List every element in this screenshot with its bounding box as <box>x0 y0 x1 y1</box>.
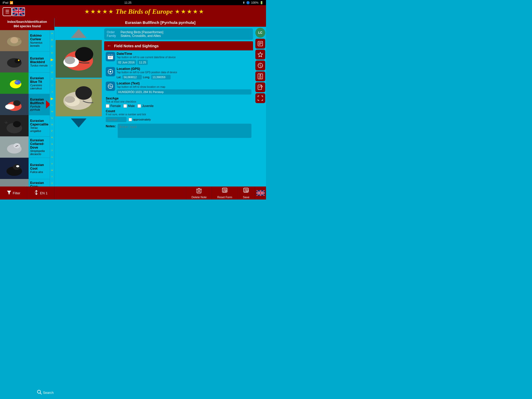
distribution-map-button[interactable] <box>255 61 265 70</box>
alpha-B[interactable]: B <box>50 37 54 43</box>
full-screen-button[interactable] <box>255 93 265 103</box>
svg-point-10 <box>15 80 21 85</box>
bird-photo-2[interactable] <box>56 79 102 116</box>
bird-thumb-coot <box>0 158 29 179</box>
svg-point-37 <box>75 86 92 100</box>
date-value: 02 Juni 2016 <box>117 60 136 65</box>
count-number-input[interactable] <box>106 117 127 122</box>
photo-nav-down[interactable] <box>71 118 87 128</box>
lat-input[interactable] <box>122 75 142 79</box>
alpha-P[interactable]: P <box>50 128 54 134</box>
species-title-header: Eurasian Bullfinch [Pyrrhula pyrrhula] <box>55 18 266 27</box>
delete-note-button[interactable]: Delete Note <box>186 187 212 200</box>
bird-info-cragmartin: Eurasian Crag-Martin Ptyonoprogne rupest… <box>29 180 50 187</box>
alpha-Y[interactable]: Y <box>50 174 54 180</box>
alpha-C[interactable]: C <box>50 43 54 50</box>
juvenile-label: Juvenile <box>142 104 154 108</box>
bird-latin-curlew: Numenius borealis <box>30 41 48 47</box>
svg-marker-58 <box>258 52 263 57</box>
alpha-O[interactable]: O <box>50 121 54 128</box>
bird-item-blackbird[interactable]: Eurasian Blackbird Turdus merula <box>0 51 50 73</box>
male-checkbox[interactable] <box>123 104 127 108</box>
alpha-U[interactable]: U <box>50 154 54 160</box>
bird-thumb-bluetit <box>0 72 29 94</box>
alpha-R[interactable]: R <box>50 134 54 141</box>
alpha-A[interactable]: A <box>50 30 54 37</box>
reset-icon <box>222 187 228 195</box>
alpha-D[interactable]: D <box>50 50 54 56</box>
long-input[interactable] <box>151 75 171 79</box>
female-checkbox-item[interactable]: Female <box>106 104 121 108</box>
alpha-N[interactable]: N <box>50 115 54 121</box>
male-checkbox-item[interactable]: Male <box>123 104 135 108</box>
bird-item-bullfinch[interactable]: Eurasian Bullfinch Pyrrhula pyrrhula <box>0 94 50 115</box>
svg-rect-12 <box>15 81 18 82</box>
bird-photo-1[interactable] <box>56 40 102 78</box>
female-checkbox[interactable] <box>106 104 109 108</box>
photo-nav-up[interactable] <box>71 29 87 38</box>
juvenile-checkbox[interactable] <box>137 104 141 108</box>
bird-thumb-cragmartin <box>0 179 29 187</box>
bird-item-collared[interactable]: Eurasian Collared-Dove Streptopelia deca… <box>0 137 50 158</box>
map-icon-btn[interactable] <box>106 82 115 91</box>
alpha-L[interactable]: L <box>50 102 54 108</box>
alpha-W[interactable]: W <box>50 167 54 174</box>
wifi-icon: 📶 <box>10 1 13 4</box>
reset-form-button[interactable]: Reset Form <box>212 187 237 200</box>
bird-info-coot: Eurasian Coot Fulica atra <box>29 162 50 175</box>
sort-label: EN 1 <box>40 191 48 195</box>
bird-item-capercaillie[interactable]: Eurasian Capercaillie Tetrao urogallus <box>0 115 50 137</box>
time-display: 11:25 <box>124 1 132 4</box>
bottom-right-actions: Delete Note Reset Form <box>55 187 266 200</box>
gps-icon-btn[interactable] <box>106 67 115 76</box>
edit-notes-button[interactable] <box>255 82 265 92</box>
alpha-H[interactable]: H <box>50 76 54 82</box>
approximately-checkbox[interactable] <box>129 118 132 121</box>
notes-textarea[interactable] <box>118 124 251 138</box>
back-button[interactable]: ← <box>107 43 111 49</box>
bird-sounds-button[interactable] <box>255 71 265 81</box>
svg-point-63 <box>260 77 261 77</box>
location-text-label: Location (Text) <box>117 82 251 85</box>
alpha-M[interactable]: M <box>50 108 54 115</box>
sort-button[interactable]: ? EN 1 <box>27 187 55 200</box>
filter-button[interactable]: Filter <box>0 187 27 200</box>
star-4: ★ <box>102 8 108 15</box>
juvenile-checkbox-item[interactable]: Juvenile <box>137 104 154 108</box>
bird-item-coot[interactable]: Eurasian Coot Fulica atra <box>0 158 50 179</box>
count-inputs: approximately <box>106 117 251 122</box>
filter-icon <box>7 190 11 196</box>
alpha-G[interactable]: G <box>50 69 54 76</box>
alpha-V[interactable]: V <box>50 160 54 167</box>
calendar-icon-btn[interactable]: 17 <box>106 52 115 61</box>
alpha-S[interactable]: S <box>50 141 54 147</box>
right-panel: Eurasian Bullfinch [Pyrrhula pyrrhula] <box>55 18 266 187</box>
bird-item-cragmartin[interactable]: Eurasian Crag-Martin Ptyonoprogne rupest… <box>0 179 50 187</box>
language-flag-left[interactable] <box>12 7 25 16</box>
location-gps-row: Location (GPS) Tap button on left to use… <box>106 67 251 79</box>
alpha-F[interactable]: F <box>50 63 54 69</box>
alpha-J[interactable]: J <box>50 89 54 95</box>
location-text-content: Location (Text) Tap button on left to sh… <box>117 82 251 95</box>
app-title: The Birds of Europe <box>116 8 173 16</box>
menu-button[interactable]: ☰ <box>3 7 12 16</box>
alpha-T[interactable]: T <box>50 147 54 154</box>
bird-thumb-blackbird <box>0 51 29 72</box>
alpha-K[interactable]: ▶ <box>50 95 54 102</box>
bird-item-bluetit[interactable]: Eurasian Blue Tit Cyanistes caeruleus <box>0 73 50 94</box>
order-row: Order Perching Birds [Passeriformes] <box>107 30 250 34</box>
alpha-I[interactable]: I <box>50 82 54 89</box>
count-hint: If not sure, enter a number and tick <box>106 113 251 116</box>
bird-name-collared: Eurasian Collared-Dove <box>30 138 48 149</box>
alpha-E[interactable]: ▶ <box>50 56 54 63</box>
save-button[interactable]: Save <box>237 187 255 200</box>
bird-info-collared: Eurasian Collared-Dove Streptopelia deca… <box>29 137 50 157</box>
alpha-Z[interactable]: Z <box>50 180 54 187</box>
location-address-input[interactable] <box>117 89 251 95</box>
bird-latin-blackbird: Turdus merula <box>30 64 48 67</box>
species-info-button[interactable] <box>255 39 265 49</box>
bird-item-curlew[interactable]: Eskimo Curlew Numenius borealis <box>0 30 50 51</box>
bottom-flag[interactable] <box>255 187 266 200</box>
favorites-button[interactable] <box>255 50 265 59</box>
approximately-checkbox-item[interactable]: approximately <box>129 118 151 121</box>
